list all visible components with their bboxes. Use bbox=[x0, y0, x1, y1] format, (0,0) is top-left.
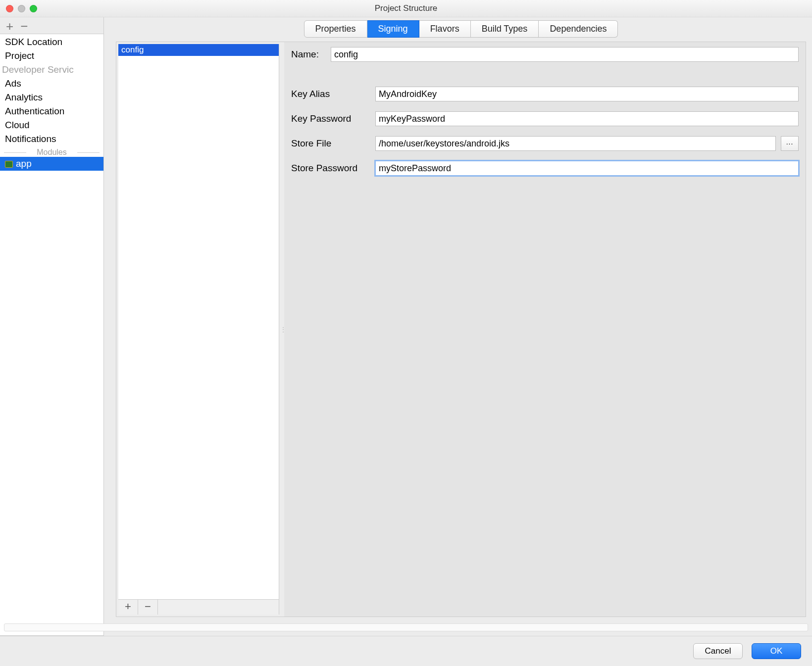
tab-flavors[interactable]: Flavors bbox=[419, 20, 471, 38]
sidebar-list: SDK Location Project Developer Servic Ad… bbox=[0, 34, 103, 635]
store-password-input[interactable] bbox=[375, 161, 799, 176]
store-file-input[interactable] bbox=[375, 136, 776, 151]
dialog-footer: Cancel OK bbox=[0, 636, 812, 666]
titlebar: Project Structure bbox=[0, 0, 812, 17]
add-config-button[interactable]: + bbox=[118, 600, 138, 615]
label-key-alias: Key Alias bbox=[291, 89, 375, 99]
sidebar-item-label: app bbox=[16, 158, 32, 169]
ok-button[interactable]: OK bbox=[752, 643, 801, 659]
sidebar-item-ads[interactable]: Ads bbox=[0, 77, 103, 91]
sidebar-section-developer-services: Developer Servic bbox=[0, 63, 103, 77]
sidebar-section-modules: Modules bbox=[4, 148, 100, 157]
label-name: Name: bbox=[291, 49, 331, 60]
tab-properties[interactable]: Properties bbox=[304, 20, 367, 38]
tab-dependencies[interactable]: Dependencies bbox=[539, 20, 618, 38]
sidebar-item-module-app[interactable]: app bbox=[0, 157, 103, 171]
module-icon bbox=[5, 161, 13, 168]
remove-config-button[interactable]: − bbox=[138, 600, 158, 615]
sidebar-item-authentication[interactable]: Authentication bbox=[0, 104, 103, 118]
splitter-handle[interactable]: ⋮ bbox=[279, 326, 284, 333]
window-title: Project Structure bbox=[0, 3, 812, 13]
key-password-input[interactable] bbox=[375, 111, 799, 126]
signing-config-item[interactable]: config bbox=[118, 44, 279, 56]
sidebar-remove-button[interactable]: − bbox=[20, 20, 28, 33]
signing-config-list-panel: config + − bbox=[118, 44, 279, 615]
cancel-button[interactable]: Cancel bbox=[693, 643, 743, 659]
tabs: Properties Signing Flavors Build Types D… bbox=[304, 20, 618, 38]
key-alias-input[interactable] bbox=[375, 87, 799, 101]
name-input[interactable] bbox=[331, 47, 799, 62]
tab-signing[interactable]: Signing bbox=[367, 20, 419, 38]
signing-form: Name: Key Alias Key Password Store File bbox=[284, 42, 806, 617]
sidebar-add-button[interactable]: + bbox=[6, 20, 13, 33]
sidebar-item-notifications[interactable]: Notifications bbox=[0, 132, 103, 146]
sidebar-item-cloud[interactable]: Cloud bbox=[0, 118, 103, 132]
sidebar: + − SDK Location Project Developer Servi… bbox=[0, 17, 104, 636]
label-store-password: Store Password bbox=[291, 163, 375, 174]
tab-build-types[interactable]: Build Types bbox=[471, 20, 539, 38]
sidebar-item-analytics[interactable]: Analytics bbox=[0, 91, 103, 104]
sidebar-item-project[interactable]: Project bbox=[0, 49, 103, 63]
browse-store-file-button[interactable]: ··· bbox=[781, 136, 799, 151]
label-key-password: Key Password bbox=[291, 113, 375, 124]
sidebar-item-sdk-location[interactable]: SDK Location bbox=[0, 35, 103, 49]
label-store-file: Store File bbox=[291, 138, 375, 149]
